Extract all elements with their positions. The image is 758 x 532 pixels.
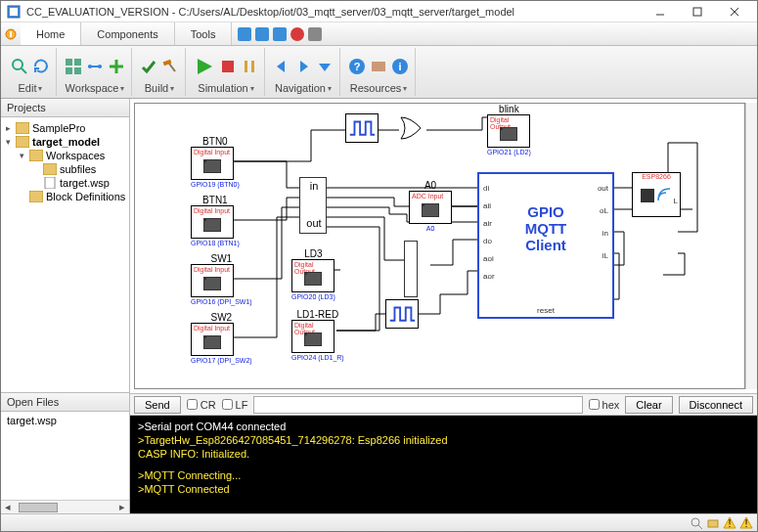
svg-rect-37 — [45, 177, 55, 189]
block-demux[interactable] — [404, 241, 418, 297]
warning2-icon[interactable]: ! — [739, 516, 753, 530]
block-pulse2[interactable] — [385, 299, 419, 329]
search-icon[interactable] — [11, 58, 28, 75]
svg-point-15 — [88, 65, 92, 68]
tab-components[interactable]: Components — [81, 22, 174, 45]
block-mux[interactable]: inout — [299, 177, 327, 234]
svg-line-42 — [698, 525, 702, 529]
projects-tree[interactable]: ▸SamplePro ▾target_model ▾Workspaces sub… — [1, 117, 129, 392]
block-ld3[interactable]: LD3 Digital Output GPIO20 (LD3) — [291, 248, 335, 300]
play-icon[interactable] — [194, 56, 215, 77]
svg-rect-30 — [372, 62, 385, 71]
tree-item-workspaces[interactable]: ▾Workspaces — [3, 149, 127, 162]
window-title: CC_EVALUATION_VERSION - C:/Users/AL/Desk… — [26, 6, 644, 18]
console-line: >TargetHw_Esp8266427085451_714296278: Es… — [138, 433, 749, 447]
ribbon-group-build: Build▾ — [134, 48, 186, 96]
connect-icon[interactable] — [86, 58, 104, 75]
disconnect-button[interactable]: Disconnect — [679, 396, 753, 414]
nav-down-icon[interactable] — [316, 58, 334, 75]
svg-marker-27 — [319, 64, 331, 71]
refresh-icon[interactable] — [32, 58, 50, 75]
console-line: CASP INFO: Initialized. — [138, 447, 749, 461]
block-a0[interactable]: A0 ADC Input A0 — [409, 180, 452, 232]
openfiles-item[interactable]: target.wsp — [7, 415, 123, 426]
svg-text:i: i — [398, 61, 401, 72]
svg-text:!: ! — [728, 517, 731, 529]
add-cross-icon[interactable] — [108, 58, 125, 75]
workspace-grid-icon[interactable] — [65, 58, 82, 75]
svg-marker-25 — [277, 61, 285, 72]
ribbon-group-resources: ? i Resources▾ — [342, 48, 416, 96]
maximize-button[interactable] — [681, 2, 714, 22]
block-pulse[interactable] — [345, 113, 379, 143]
projects-panel-header: Projects — [1, 99, 129, 117]
sim-stop-icon[interactable] — [219, 58, 237, 75]
hammer-icon[interactable] — [161, 58, 179, 75]
schematic-canvas[interactable]: blink Digital Output GPIO21 (LD2) BTN0 D… — [134, 103, 745, 389]
layer-icon[interactable] — [706, 516, 720, 530]
block-btn0[interactable]: BTN0 Digital Input GPIO19 (BTN0) — [191, 136, 240, 188]
block-btn1[interactable]: BTN1 Digital Input GPIO18 (BTN1) — [191, 195, 240, 246]
ribbon-group-workspace: Workspace▾ — [59, 48, 132, 96]
record-icon[interactable] — [290, 27, 304, 41]
block-blink[interactable]: blink Digital Output GPIO21 (LD2) — [487, 104, 531, 155]
pause-icon[interactable] — [241, 58, 258, 75]
block-or-gate[interactable] — [399, 113, 428, 143]
lf-checkbox[interactable]: LF — [222, 399, 248, 411]
send-button[interactable]: Send — [134, 396, 181, 414]
quick-access-icon[interactable] — [1, 22, 21, 45]
nav-left-icon[interactable] — [273, 58, 290, 75]
svg-text:in: in — [310, 180, 319, 192]
send-input[interactable] — [253, 396, 582, 414]
svg-rect-1 — [10, 8, 18, 16]
svg-point-8 — [13, 60, 22, 69]
tab-tools[interactable]: Tools — [175, 22, 233, 45]
close-button[interactable] — [718, 2, 751, 22]
minimize-button[interactable] — [644, 2, 677, 22]
console-line: >MQTT Connected — [138, 482, 749, 496]
cr-checkbox[interactable]: CR — [187, 399, 216, 411]
tree-item-targetwsp[interactable]: target.wsp — [3, 176, 127, 190]
block-sw1[interactable]: SW1 Digital Input GPIO16 (DPI_SW1) — [191, 253, 252, 305]
quick-toolbar — [232, 22, 328, 45]
svg-line-9 — [22, 68, 26, 73]
svg-rect-43 — [708, 520, 718, 527]
clear-button[interactable]: Clear — [625, 396, 672, 414]
ribbon-toolbar: Edit▾ Workspace▾ Build▾ Simulation▾ — [1, 46, 757, 99]
openfiles-scrollbar[interactable]: ◂▸ — [1, 500, 129, 513]
openfiles-panel-header: Open Files — [1, 393, 129, 412]
check-icon[interactable] — [140, 58, 157, 75]
zoom-icon[interactable] — [690, 516, 703, 530]
tab-home[interactable]: Home — [21, 22, 81, 45]
svg-text:!: ! — [744, 517, 747, 529]
svg-point-16 — [98, 65, 102, 68]
tree-item-subfiles[interactable]: subfiles — [3, 162, 127, 176]
console-line: >MQTT Connecting... — [138, 468, 749, 482]
block-gpio-mqtt-client[interactable]: GPIO MQTT Client di aii air do aoi aor o… — [477, 172, 614, 319]
info-icon[interactable]: i — [391, 58, 409, 75]
resource-icon[interactable] — [370, 58, 387, 75]
tree-item-target-model[interactable]: ▾target_model — [3, 135, 127, 149]
status-bar: ! ! — [1, 513, 757, 531]
tree-item-samplepro[interactable]: ▸SamplePro — [3, 121, 127, 135]
stop-icon[interactable] — [308, 27, 322, 41]
app-icon — [7, 5, 21, 19]
block-esp8266[interactable]: ESP8266 L — [632, 172, 681, 217]
ribbon-group-edit: Edit▾ — [5, 48, 57, 96]
svg-rect-24 — [251, 61, 254, 72]
tree-item-blockdefs[interactable]: Block Definitions — [3, 190, 127, 203]
save-icon[interactable] — [238, 27, 251, 41]
undo-icon[interactable] — [255, 27, 269, 41]
ribbon-group-simulation: Simulation▾ — [188, 48, 265, 96]
help-icon[interactable]: ? — [348, 58, 366, 75]
openfiles-list[interactable]: target.wsp — [1, 412, 129, 500]
nav-right-icon[interactable] — [294, 58, 312, 75]
redo-icon[interactable] — [273, 27, 287, 41]
hex-checkbox[interactable]: hex — [589, 399, 620, 411]
warning-icon[interactable]: ! — [723, 516, 736, 530]
block-sw2[interactable]: SW2 Digital Input GPIO17 (DPI_SW2) — [191, 312, 252, 364]
svg-rect-11 — [74, 59, 81, 66]
canvas-vscrollbar[interactable] — [745, 103, 757, 389]
svg-point-41 — [691, 518, 699, 526]
block-ld1red[interactable]: LD1-RED Digital Output GPIO24 (LD1_R) — [291, 309, 344, 361]
